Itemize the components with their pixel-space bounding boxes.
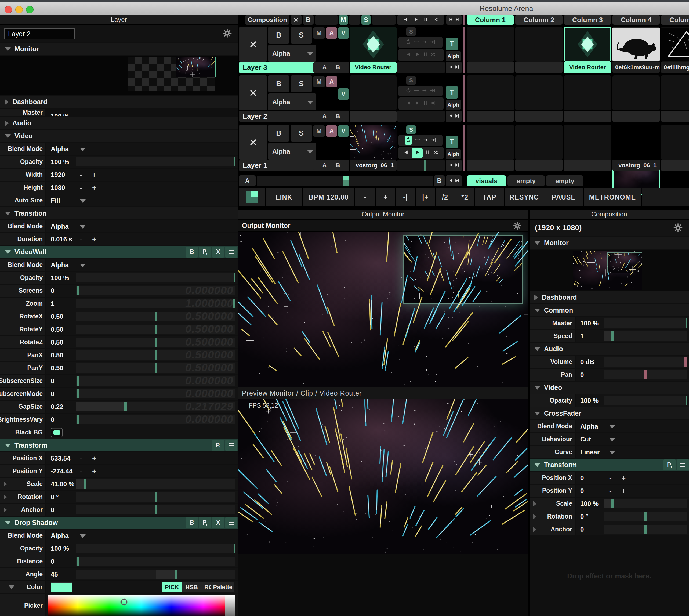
- skip-forward-button[interactable]: [454, 112, 460, 120]
- layer-bypass-button-layer-1[interactable]: B: [268, 125, 289, 141]
- shuffle-button[interactable]: [433, 16, 438, 24]
- param-control-opacity[interactable]: 100 %: [576, 394, 689, 406]
- layer-audio-button-layer-2[interactable]: A: [326, 76, 337, 87]
- param-control-subscreensize[interactable]: 00.000000: [46, 375, 238, 387]
- play-backward-button[interactable]: [404, 149, 409, 157]
- param-control-opacity[interactable]: 100 %: [46, 156, 238, 168]
- layer-settings-gear-icon[interactable]: [223, 29, 232, 39]
- fx-b-button[interactable]: B: [186, 517, 198, 528]
- forward-mode-button[interactable]: [422, 39, 427, 46]
- skip-back-button[interactable]: [448, 64, 453, 71]
- layer-clip-thumbnail-layer-3[interactable]: [350, 27, 397, 62]
- layer-solo-button-layer-2[interactable]: S: [291, 75, 312, 92]
- clip-solo-button-layer-3[interactable]: S: [406, 27, 416, 36]
- pause-button[interactable]: [422, 51, 428, 59]
- output-monitor-gear-icon[interactable]: [513, 222, 521, 231]
- layer-solo-button-layer-1[interactable]: S: [291, 125, 312, 141]
- bounce-mode-button[interactable]: [414, 87, 419, 95]
- param-control-blend-mode[interactable]: Alpha: [46, 530, 238, 542]
- active-clip-name-layer-1[interactable]: _vostorg_06_1: [350, 160, 397, 171]
- slider-handle[interactable]: [84, 479, 86, 489]
- decrement-button[interactable]: -: [80, 467, 82, 475]
- window-minimize-button[interactable]: [15, 6, 23, 14]
- composition-settings-gear-icon[interactable]: [673, 223, 683, 233]
- layer-clip-thumbnail-layer-1[interactable]: [350, 125, 397, 160]
- increment-button[interactable]: +: [92, 467, 96, 475]
- layer-name-field[interactable]: Layer 2: [4, 28, 75, 40]
- layer-transition-blend-layer-2[interactable]: Alph: [446, 100, 461, 110]
- increment-button[interactable]: +: [92, 183, 96, 192]
- param-control-gapsize[interactable]: 0.220.217029: [46, 401, 238, 413]
- play-button[interactable]: [414, 100, 420, 107]
- empty-clip-name[interactable]: [564, 111, 611, 122]
- effect-drop-zone[interactable]: Drop effect or mask here.: [530, 536, 689, 616]
- slider-handle[interactable]: [644, 370, 647, 379]
- layer-clip-slot-layer-2[interactable]: [350, 75, 397, 110]
- bpm-link-button[interactable]: LINK: [266, 188, 302, 206]
- slider-handle[interactable]: [77, 376, 79, 386]
- clip-solo-button-layer-1[interactable]: S: [406, 126, 416, 134]
- layer-blend-mode-dropdown-layer-3[interactable]: Alpha: [268, 45, 316, 62]
- bpm-resync-button[interactable]: RESYNC: [505, 188, 544, 206]
- color-picker-gradient[interactable]: [47, 595, 235, 616]
- slider-handle[interactable]: [612, 331, 614, 341]
- active-clip-name-layer-3[interactable]: Video Router: [350, 62, 397, 73]
- param-control-blend-mode[interactable]: Alpha: [46, 259, 238, 271]
- crossfader-b-label[interactable]: B: [434, 175, 445, 186]
- decrement-button[interactable]: -: [609, 474, 612, 482]
- param-control-master[interactable]: 100 %: [576, 317, 689, 329]
- slider-handle[interactable]: [155, 505, 157, 514]
- previous-column-button[interactable]: [403, 16, 408, 24]
- pause-button[interactable]: [423, 16, 428, 24]
- slider-handle[interactable]: [175, 570, 177, 579]
- decrement-button[interactable]: -: [80, 183, 82, 192]
- param-control-blend-mode[interactable]: Alpha: [576, 420, 689, 432]
- bpm-2-button[interactable]: /2: [436, 188, 454, 206]
- empty-clip-name[interactable]: [467, 160, 514, 171]
- bpm-metronome-button[interactable]: METRONOME: [584, 188, 641, 206]
- effect-header-transform[interactable]: TransformP,: [0, 439, 238, 452]
- slider-handle[interactable]: [77, 389, 79, 398]
- slider-handle[interactable]: [124, 402, 127, 411]
- bpm-tap-button[interactable]: TAP: [475, 188, 504, 206]
- clip-position-bar-layer-2[interactable]: [397, 111, 445, 122]
- slider-handle[interactable]: [155, 363, 157, 373]
- play-button[interactable]: [414, 51, 420, 59]
- loop-mode-button[interactable]: [406, 39, 411, 46]
- decrement-button[interactable]: -: [80, 235, 82, 243]
- increment-button[interactable]: +: [622, 487, 626, 495]
- empty-clip-cell[interactable]: [467, 75, 514, 110]
- fx-p-button[interactable]: P,: [199, 246, 211, 258]
- param-control-pany[interactable]: 0.500.500000: [46, 362, 238, 374]
- empty-clip-name[interactable]: [467, 111, 514, 122]
- param-control-scale[interactable]: 100 %: [576, 498, 689, 510]
- skip-forward-button[interactable]: [454, 177, 460, 185]
- decrement-button[interactable]: -: [80, 454, 82, 462]
- param-control-rotation[interactable]: 0 °: [46, 491, 238, 503]
- empty-clip-cell[interactable]: [661, 75, 689, 110]
- empty-clip-cell[interactable]: [564, 125, 611, 160]
- empty-clip-name[interactable]: [515, 62, 562, 73]
- slider-handle[interactable]: [684, 357, 687, 367]
- param-control-auto-size[interactable]: Fill: [46, 194, 238, 206]
- fx-x-button[interactable]: X: [212, 517, 224, 528]
- assign-a-button[interactable]: A: [323, 113, 327, 120]
- increment-button[interactable]: +: [92, 171, 96, 179]
- param-control-opacity[interactable]: 100 %: [46, 543, 238, 554]
- layer-transition-button-layer-1[interactable]: T: [446, 136, 458, 148]
- empty-clip-cell[interactable]: [515, 75, 562, 110]
- assign-b-button[interactable]: B: [336, 162, 340, 169]
- assign-a-button[interactable]: A: [323, 64, 327, 71]
- layer-solo-button-layer-3[interactable]: S: [291, 27, 312, 44]
- fx-p-button[interactable]: P,: [212, 440, 224, 451]
- section-header-monitor[interactable]: Monitor: [0, 43, 238, 55]
- layer-audio-button-layer-1[interactable]: A: [326, 126, 337, 137]
- fx-menu-button[interactable]: [225, 440, 237, 451]
- slider-handle[interactable]: [155, 337, 157, 347]
- play-backward-button[interactable]: [406, 51, 412, 59]
- empty-clip-cell[interactable]: [661, 125, 689, 160]
- param-control-scale[interactable]: 41.80 %: [46, 478, 238, 490]
- bpm-bpm-120-00-button[interactable]: BPM 120.00: [303, 188, 354, 206]
- bpm--button[interactable]: -|: [396, 188, 415, 206]
- param-control-behaviour[interactable]: Cut: [576, 433, 689, 445]
